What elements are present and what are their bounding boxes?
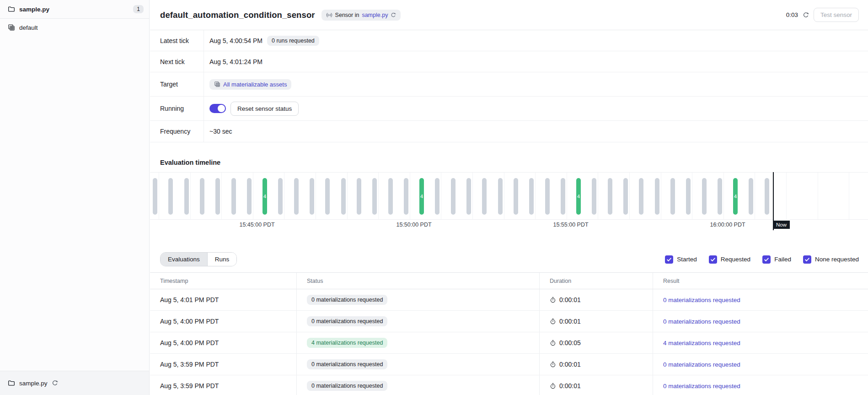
row-status-pill: 4 materializations requested bbox=[307, 338, 387, 348]
timeline-tick[interactable] bbox=[357, 178, 361, 215]
timeline-gridline bbox=[472, 173, 473, 219]
timeline-gridline bbox=[598, 173, 598, 219]
row-result-link[interactable]: 0 materializations requested bbox=[663, 318, 740, 325]
timeline-tick[interactable] bbox=[466, 178, 471, 215]
row-result-link[interactable]: 4 materializations requested bbox=[663, 340, 740, 346]
filter-none-requested[interactable]: None requested bbox=[803, 255, 859, 264]
filter-started[interactable]: Started bbox=[665, 255, 697, 264]
filter-requested[interactable]: Requested bbox=[709, 255, 750, 264]
filter-failed[interactable]: Failed bbox=[762, 255, 791, 264]
tab-evaluations[interactable]: Evaluations bbox=[161, 253, 207, 266]
timeline-tick[interactable] bbox=[592, 178, 596, 215]
timeline-chart[interactable]: 4444 bbox=[150, 172, 868, 220]
timeline-tick[interactable] bbox=[372, 178, 377, 215]
timeline-tick[interactable] bbox=[200, 178, 204, 215]
timeline-tick[interactable] bbox=[702, 178, 707, 215]
timeline-tick[interactable] bbox=[623, 178, 628, 215]
timeline-gridline bbox=[786, 173, 787, 219]
timeline-tick[interactable] bbox=[310, 178, 314, 215]
timeline-tick[interactable] bbox=[184, 178, 189, 215]
sidebar-file-label: sample.py bbox=[19, 6, 49, 13]
stopwatch-icon bbox=[550, 297, 556, 303]
timeline-tick[interactable] bbox=[451, 178, 455, 215]
timeline-tick[interactable] bbox=[561, 178, 565, 215]
timeline-tick[interactable] bbox=[655, 178, 659, 215]
timeline-tick-success[interactable]: 4 bbox=[263, 178, 267, 215]
timeline-tick[interactable] bbox=[545, 178, 550, 215]
running-label: Running bbox=[150, 97, 204, 120]
evaluation-timeline: 4444 15:45:00 PDT15:50:00 PDT15:55:00 PD… bbox=[150, 172, 868, 233]
stopwatch-icon bbox=[550, 318, 556, 325]
tab-runs[interactable]: Runs bbox=[207, 253, 237, 266]
row-result-link[interactable]: 0 materializations requested bbox=[663, 383, 740, 390]
timeline-tick[interactable] bbox=[168, 178, 173, 215]
timeline-gridline bbox=[253, 173, 253, 219]
timeline-tick[interactable] bbox=[294, 178, 299, 215]
refresh-icon[interactable] bbox=[391, 12, 396, 18]
timeline-gridline bbox=[284, 173, 284, 219]
checkbox-checked-icon[interactable] bbox=[709, 255, 717, 264]
row-timestamp: Aug 5, 4:01 PM PDT bbox=[160, 296, 219, 303]
detail-row-next-tick: Next tick Aug 5, 4:01:24 PM bbox=[150, 51, 868, 72]
checkbox-checked-icon[interactable] bbox=[803, 255, 811, 264]
timeline-tick[interactable] bbox=[231, 178, 236, 215]
timeline-gridline bbox=[567, 173, 567, 219]
target-assets-link[interactable]: All materializable assets bbox=[223, 81, 287, 88]
refresh-icon[interactable] bbox=[52, 380, 58, 386]
timeline-tick[interactable] bbox=[749, 178, 753, 215]
timeline-tick[interactable] bbox=[529, 178, 534, 215]
timeline-tick[interactable] bbox=[388, 178, 393, 215]
timeline-tick[interactable] bbox=[215, 178, 220, 215]
timeline-tick[interactable] bbox=[498, 178, 503, 215]
checkbox-checked-icon[interactable] bbox=[665, 255, 673, 264]
refresh-icon[interactable] bbox=[803, 12, 809, 18]
timeline-tick[interactable] bbox=[482, 178, 487, 215]
running-toggle[interactable] bbox=[209, 104, 226, 113]
timeline-tick-success[interactable]: 4 bbox=[576, 178, 581, 215]
sensor-icon bbox=[326, 12, 332, 18]
timeline-tick[interactable] bbox=[278, 178, 283, 215]
timeline-gridline bbox=[504, 173, 504, 219]
timeline-tick[interactable] bbox=[765, 178, 769, 215]
page-header: default_automation_condition_sensor Sens… bbox=[150, 0, 868, 30]
timeline-gridline bbox=[347, 173, 348, 219]
timeline-gridline bbox=[159, 173, 159, 219]
row-status-pill: 0 materializations requested bbox=[307, 381, 387, 391]
filter-label: Failed bbox=[774, 256, 791, 263]
evaluation-timeline-heading: Evaluation timeline bbox=[160, 159, 868, 166]
timeline-tick[interactable] bbox=[639, 178, 643, 215]
timeline-tick[interactable] bbox=[325, 178, 330, 215]
checkbox-checked-icon[interactable] bbox=[762, 255, 771, 264]
timeline-tick[interactable] bbox=[670, 178, 675, 215]
latest-tick-value: Aug 5, 4:00:54 PM bbox=[209, 37, 263, 44]
table-row: Aug 5, 4:00 PM PDT 4 materializations re… bbox=[150, 332, 868, 354]
target-assets-pill[interactable]: All materializable assets bbox=[209, 79, 291, 90]
timeline-tick-success[interactable]: 4 bbox=[733, 178, 738, 215]
latest-tick-status-badge: 0 runs requested bbox=[267, 36, 319, 46]
timeline-tick[interactable] bbox=[341, 178, 346, 215]
timeline-tick[interactable] bbox=[153, 178, 157, 215]
timeline-gridline bbox=[221, 173, 222, 219]
sensor-badge-file-link[interactable]: sample.py bbox=[362, 12, 388, 18]
sidebar-item-default[interactable]: default bbox=[0, 19, 149, 36]
timeline-gridline bbox=[378, 173, 379, 219]
timeline-tick[interactable] bbox=[608, 178, 612, 215]
sidebar: sample.py 1 default sample.py bbox=[0, 0, 150, 395]
timeline-tick[interactable] bbox=[404, 178, 408, 215]
row-result-link[interactable]: 0 materializations requested bbox=[663, 297, 740, 303]
detail-row-target: Target All materializable assets bbox=[150, 72, 868, 97]
test-sensor-button[interactable]: Test sensor bbox=[814, 8, 859, 22]
timeline-gridline bbox=[629, 173, 630, 219]
sidebar-file-row[interactable]: sample.py 1 bbox=[0, 0, 149, 19]
stopwatch-icon bbox=[550, 383, 556, 389]
repo-icon bbox=[8, 24, 15, 31]
row-result-link[interactable]: 0 materializations requested bbox=[663, 361, 740, 368]
timeline-tick[interactable] bbox=[718, 178, 722, 215]
timeline-gridline bbox=[316, 173, 316, 219]
reset-sensor-status-button[interactable]: Reset sensor status bbox=[230, 102, 299, 116]
timeline-tick[interactable] bbox=[686, 178, 691, 215]
timeline-tick[interactable] bbox=[514, 178, 518, 215]
timeline-tick[interactable] bbox=[435, 178, 439, 215]
timeline-tick-success[interactable]: 4 bbox=[419, 178, 424, 215]
timeline-tick[interactable] bbox=[247, 178, 252, 215]
